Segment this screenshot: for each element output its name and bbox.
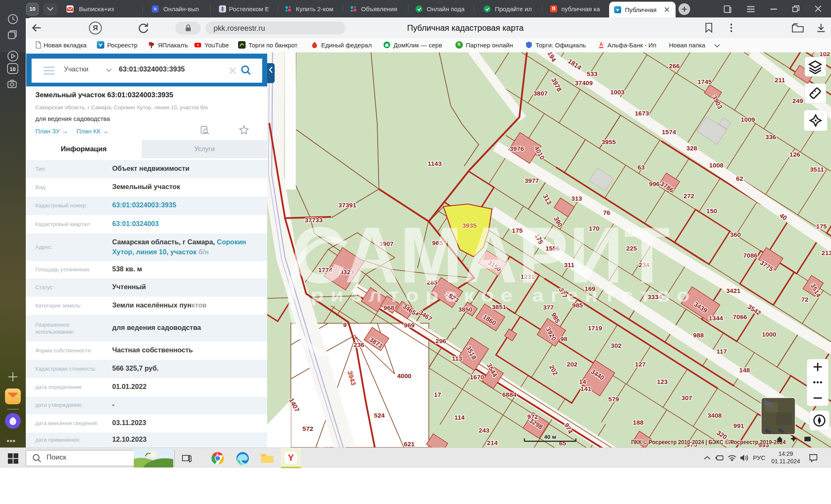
svg-text:7066: 7066 (733, 313, 747, 320)
svg-text:40 м: 40 м (544, 434, 556, 440)
svg-text:991: 991 (733, 422, 744, 429)
svg-text:3955: 3955 (602, 138, 616, 145)
svg-text:117: 117 (716, 348, 727, 355)
svg-text:3977: 3977 (525, 177, 539, 184)
svg-text:1574: 1574 (662, 128, 676, 135)
svg-text:202: 202 (567, 361, 578, 368)
svg-text:62: 62 (736, 175, 743, 182)
svg-text:14: 14 (579, 378, 586, 385)
svg-text:3807: 3807 (534, 90, 548, 97)
svg-text:37409: 37409 (575, 79, 593, 86)
svg-text:3850: 3850 (458, 306, 472, 313)
svg-text:127: 127 (635, 361, 646, 368)
svg-text:266: 266 (669, 62, 680, 69)
svg-text:148: 148 (739, 366, 750, 374)
svg-text:996: 996 (649, 180, 660, 187)
svg-text:328: 328 (686, 145, 697, 152)
svg-text:313: 313 (571, 195, 582, 202)
svg-text:риэлторское агентство: риэлторское агентство (311, 285, 696, 305)
svg-text:123: 123 (657, 378, 668, 385)
svg-text:214: 214 (487, 439, 498, 446)
svg-text:175: 175 (816, 223, 827, 230)
svg-text:188: 188 (633, 419, 644, 426)
svg-text:988: 988 (693, 332, 704, 339)
svg-text:296: 296 (435, 337, 446, 344)
svg-text:3511: 3511 (810, 166, 824, 173)
svg-text:272: 272 (683, 192, 694, 199)
svg-text:98: 98 (560, 335, 568, 342)
svg-text:243: 243 (479, 427, 489, 434)
svg-text:1000: 1000 (762, 331, 776, 338)
svg-text:А: А (600, 42, 603, 47)
svg-text:211: 211 (774, 76, 785, 84)
svg-text:579: 579 (608, 396, 619, 403)
svg-text:213: 213 (821, 249, 831, 256)
svg-text:360: 360 (730, 231, 741, 238)
svg-text:126: 126 (789, 151, 800, 158)
svg-text:533: 533 (587, 70, 597, 77)
svg-text:3421: 3421 (726, 287, 741, 294)
svg-text:302: 302 (611, 342, 622, 349)
svg-text:63: 63 (637, 164, 645, 171)
svg-text:1745: 1745 (698, 78, 712, 85)
svg-text:37391: 37391 (338, 202, 356, 209)
svg-text:4000: 4000 (397, 372, 411, 379)
svg-text:1673: 1673 (635, 110, 649, 117)
svg-text:150: 150 (706, 207, 717, 214)
svg-text:102: 102 (819, 52, 830, 57)
svg-text:1143: 1143 (428, 160, 442, 167)
svg-text:572: 572 (302, 425, 313, 432)
svg-text:9: 9 (343, 321, 347, 328)
svg-text:6884: 6884 (502, 391, 517, 398)
svg-text:249: 249 (792, 97, 803, 104)
svg-text:1009: 1009 (741, 116, 755, 123)
svg-text:621: 621 (404, 440, 415, 447)
svg-text:1003: 1003 (610, 89, 625, 96)
svg-text:113: 113 (452, 355, 462, 362)
svg-text:1719: 1719 (588, 325, 602, 332)
svg-text:336: 336 (765, 133, 776, 140)
svg-text:65: 65 (559, 440, 566, 447)
svg-text:72: 72 (801, 296, 808, 303)
svg-text:1670: 1670 (470, 374, 484, 381)
svg-text:236: 236 (354, 341, 364, 348)
svg-text:ПКК © Росреестр 2010-2024 | БЭ: ПКК © Росреестр 2010-2024 | БЭКС © Росре… (631, 439, 786, 445)
svg-text:3976: 3976 (510, 145, 524, 152)
svg-text:3408: 3408 (708, 412, 722, 419)
svg-text:1344: 1344 (709, 315, 723, 322)
svg-text:524: 524 (374, 412, 385, 419)
svg-text:307: 307 (681, 394, 692, 401)
svg-text:969: 969 (404, 322, 415, 329)
svg-text:1008: 1008 (709, 162, 724, 169)
svg-text:114: 114 (454, 414, 465, 421)
svg-text:17: 17 (434, 391, 441, 398)
svg-text:141: 141 (580, 385, 591, 392)
svg-text:7086: 7086 (743, 252, 758, 259)
